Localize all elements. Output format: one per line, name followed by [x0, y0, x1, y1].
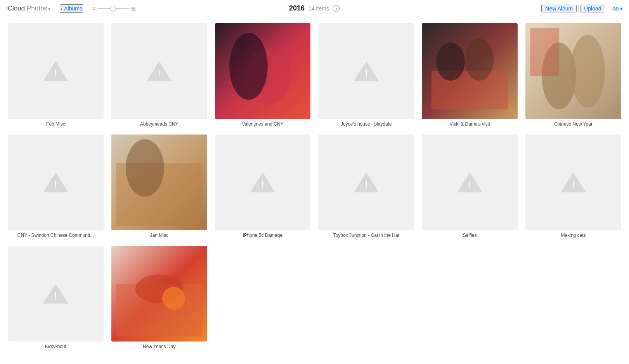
album-thumbnail [111, 135, 207, 230]
zoom-small-icon: ⊡ [92, 6, 95, 10]
album-label: KidzAbout [8, 344, 104, 349]
album-thumbnail [422, 23, 518, 119]
album-label: Selfies [422, 233, 518, 238]
zoom-track[interactable] [98, 8, 129, 9]
back-label: Albums [64, 5, 82, 12]
album-label: Jan Misc [111, 233, 207, 238]
album-item[interactable]: New Year's Day [111, 246, 207, 349]
svg-point-17 [162, 287, 185, 310]
album-item[interactable]: Feb Misc [8, 23, 104, 127]
album-thumbnail [318, 135, 414, 230]
warning-icon [249, 170, 276, 194]
app-title-photos: Photos [25, 5, 47, 12]
album-thumbnail [8, 23, 104, 119]
warning-icon [42, 170, 69, 194]
warning-icon [560, 170, 587, 194]
zoom-slider-control[interactable]: ⊡ ⊞ [92, 5, 136, 12]
user-menu-button[interactable]: Ian ▾ [612, 5, 623, 12]
zoom-thumb[interactable] [110, 6, 116, 11]
app-title-icloud: iCloud [6, 5, 25, 12]
warning-icon [146, 59, 173, 83]
warning-icon [353, 59, 380, 83]
album-label: Toybox Junction - Cat in the Hat [318, 233, 414, 238]
app-header: iCloud Photos▾ ‹ Albums ⊡ ⊞ 2016 14 item… [0, 0, 629, 17]
album-label: Making cats [525, 233, 621, 238]
album-item[interactable]: iPhone 5c Damage [215, 135, 311, 238]
info-button[interactable]: i [333, 5, 340, 12]
header-center: 2016 14 items i [289, 4, 340, 12]
new-album-button[interactable]: New Album [541, 5, 577, 12]
info-icon-label: i [336, 6, 337, 11]
svg-point-2 [229, 33, 268, 100]
album-label: Chinese New Year [525, 121, 621, 127]
album-photo [111, 246, 207, 342]
album-item[interactable]: Toybox Junction - Cat in the Hat [318, 135, 414, 238]
album-item[interactable]: KidzAbout [8, 246, 104, 349]
back-chevron-icon: ‹ [61, 5, 62, 12]
album-label: CNY - Swindon Chinese Communit... [8, 233, 104, 238]
album-item[interactable]: Joyce's house - playdate [318, 23, 414, 127]
album-label: Joyce's house - playdate [318, 121, 414, 127]
header-left: iCloud Photos▾ ‹ Albums ⊡ ⊞ [6, 4, 541, 13]
albums-grid-container: Feb MiscAbbeymeads CNY Valentines and CN… [0, 17, 629, 355]
album-thumbnail [215, 135, 311, 230]
album-thumbnail [215, 23, 311, 119]
warning-icon [42, 59, 69, 83]
user-name: Ian [612, 5, 619, 12]
album-item[interactable]: CNY - Swindon Chinese Communit... [8, 135, 104, 238]
album-photo [525, 23, 621, 119]
header-right: New Album Upload Ian ▾ [541, 5, 623, 12]
header-divider [578, 5, 579, 12]
album-photo [111, 135, 207, 230]
album-thumbnail [8, 246, 104, 342]
album-thumbnail [422, 135, 518, 230]
warning-icon [456, 170, 483, 194]
album-thumbnail [318, 23, 414, 119]
svg-point-6 [465, 38, 494, 81]
app-title: iCloud Photos▾ [6, 5, 50, 12]
album-item[interactable]: Jan Misc [111, 135, 207, 238]
year-title: 2016 [289, 4, 305, 12]
items-count: 14 items [308, 5, 329, 12]
back-to-albums-button[interactable]: ‹ Albums [60, 4, 83, 13]
album-photo [422, 23, 518, 119]
zoom-large-icon: ⊞ [131, 5, 136, 12]
album-label: iPhone 5c Damage [215, 233, 311, 238]
album-thumbnail [525, 135, 621, 230]
album-label: New Year's Day [111, 344, 207, 349]
album-thumbnail [8, 135, 104, 230]
album-photo [215, 23, 311, 119]
album-label: Abbeymeads CNY [111, 121, 207, 127]
album-thumbnail [111, 246, 207, 342]
warning-icon [353, 170, 380, 194]
user-dropdown-arrow: ▾ [620, 5, 623, 12]
album-thumbnail [525, 23, 621, 119]
album-item[interactable]: Chinese New Year [525, 23, 621, 127]
upload-button[interactable]: Upload [580, 5, 605, 12]
svg-point-9 [570, 35, 605, 108]
album-item[interactable]: Valentines and CNY [215, 23, 311, 127]
svg-rect-10 [530, 28, 559, 76]
svg-point-5 [436, 42, 465, 81]
album-item[interactable]: Vikki & Damo's visit [422, 23, 518, 127]
app-title-dropdown[interactable]: ▾ [48, 7, 50, 11]
album-label: Feb Misc [8, 121, 104, 127]
warning-icon [42, 281, 69, 305]
album-label: Vikki & Damo's visit [422, 121, 518, 127]
album-label: Valentines and CNY [215, 121, 311, 127]
album-item[interactable]: Abbeymeads CNY [111, 23, 207, 127]
svg-point-13 [126, 139, 164, 197]
album-thumbnail [111, 23, 207, 119]
album-item[interactable]: Selfies [422, 135, 518, 238]
album-item[interactable]: Making cats [525, 135, 621, 238]
albums-grid: Feb MiscAbbeymeads CNY Valentines and CN… [8, 23, 621, 349]
